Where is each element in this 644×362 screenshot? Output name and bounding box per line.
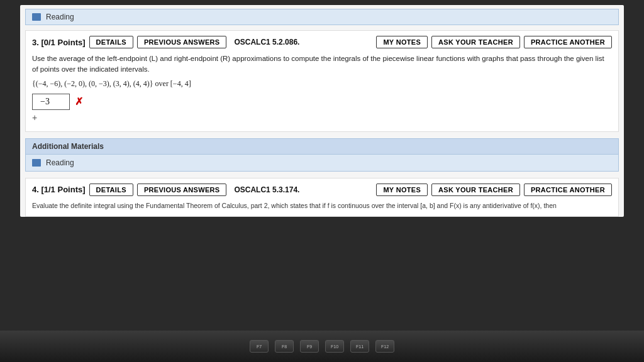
- ask-teacher-button-3[interactable]: ASK YOUR TEACHER: [431, 36, 520, 48]
- question-3-section: 3. [0/1 Points] DETAILS PREVIOUS ANSWERS…: [25, 30, 619, 132]
- keyboard-key-3: F9: [300, 340, 319, 353]
- reading-doc-icon: [32, 159, 41, 167]
- additional-materials-3: Additional Materials Reading: [25, 138, 619, 172]
- question-3-label: 3. [0/1 Points]: [32, 38, 86, 47]
- question-3-body: Use the average of the left-endpoint (L)…: [32, 53, 612, 75]
- right-buttons-4: MY NOTES ASK YOUR TEACHER PRACTICE ANOTH…: [376, 184, 612, 196]
- question-4-label: 4. [1/1 Points]: [32, 185, 86, 194]
- answer-row-3: −3 ✗: [32, 94, 612, 110]
- keyboard-area: F7 F8 F9 F10 F11 F12: [0, 331, 644, 362]
- question-4-header: 4. [1/1 Points] DETAILS PREVIOUS ANSWERS…: [32, 184, 612, 196]
- additional-materials-header: Additional Materials: [26, 139, 618, 155]
- expand-icon-3[interactable]: +: [32, 112, 612, 123]
- practice-another-button-4[interactable]: PRACTICE ANOTHER: [524, 184, 612, 196]
- top-reading-bar: Reading: [25, 9, 619, 25]
- details-button-3[interactable]: DETAILS: [89, 36, 133, 48]
- question-3-header: 3. [0/1 Points] DETAILS PREVIOUS ANSWERS…: [32, 36, 612, 48]
- keyboard-key-5: F11: [350, 340, 369, 353]
- answer-input-3[interactable]: −3: [32, 94, 70, 110]
- question-4-body: Evaluate the definite integral using the…: [32, 201, 612, 211]
- previous-answers-button-3[interactable]: PREVIOUS ANSWERS: [137, 36, 227, 48]
- reading-icon: [32, 13, 41, 21]
- keyboard-key-2: F8: [275, 340, 294, 353]
- keyboard-key-4: F10: [325, 340, 344, 353]
- oscalc-label-3: OSCALC1 5.2.086.: [234, 38, 299, 47]
- right-buttons-3: MY NOTES ASK YOUR TEACHER PRACTICE ANOTH…: [376, 36, 612, 48]
- error-mark-3: ✗: [75, 96, 83, 107]
- details-button-4[interactable]: DETAILS: [89, 184, 133, 196]
- additional-materials-body: Reading: [26, 155, 618, 171]
- top-reading-label[interactable]: Reading: [46, 13, 74, 21]
- oscalc-label-4: OSCALC1 5.3.174.: [234, 185, 299, 194]
- math-points-3: {(−4, −6), (−2, 0), (0, −3), (3, 4), (4,…: [32, 79, 612, 89]
- my-notes-button-4[interactable]: MY NOTES: [376, 184, 428, 196]
- my-notes-button-3[interactable]: MY NOTES: [376, 36, 428, 48]
- previous-answers-button-4[interactable]: PREVIOUS ANSWERS: [137, 184, 227, 196]
- keyboard-key-1: F7: [250, 340, 269, 353]
- question-4-section: 4. [1/1 Points] DETAILS PREVIOUS ANSWERS…: [25, 178, 619, 217]
- additional-reading-label[interactable]: Reading: [46, 158, 74, 167]
- ask-teacher-button-4[interactable]: ASK YOUR TEACHER: [431, 184, 520, 196]
- practice-another-button-3[interactable]: PRACTICE ANOTHER: [524, 36, 612, 48]
- keyboard-key-6: F12: [375, 340, 394, 353]
